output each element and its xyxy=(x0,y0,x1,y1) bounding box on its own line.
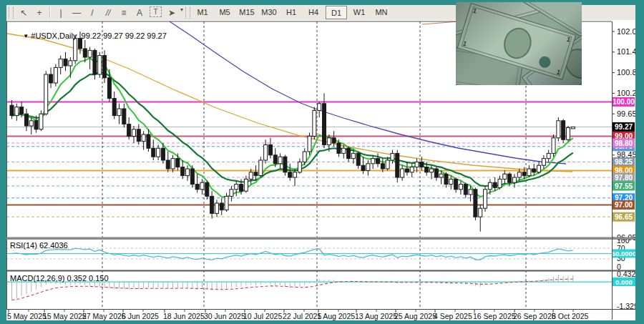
candle-body xyxy=(10,105,14,115)
candle-body xyxy=(454,179,458,189)
candle-body xyxy=(122,109,126,124)
candle-body xyxy=(557,121,560,138)
collapse-indicator-icon[interactable]: ▼ xyxy=(23,33,29,39)
arrows-dropdown-caret-icon[interactable]: ▾ xyxy=(180,6,183,19)
timeframe-w1-button[interactable]: W1 xyxy=(349,6,369,18)
candle-body xyxy=(332,138,336,143)
candle-body xyxy=(327,138,331,145)
price-axis[interactable]: 102.05101.45100.85100.2599.6598.4596.051… xyxy=(612,27,635,310)
candle-body xyxy=(488,182,492,190)
symbol-period-label: #USDX,Daily xyxy=(31,31,77,40)
candle-body xyxy=(444,174,448,184)
candle-body xyxy=(313,110,316,136)
candle-body xyxy=(547,153,550,158)
candle-body xyxy=(542,159,545,166)
candle-body xyxy=(64,59,67,66)
candle-body xyxy=(200,182,204,190)
candle-body xyxy=(571,127,575,129)
toolbar-grip[interactable] xyxy=(185,7,190,19)
candle-body xyxy=(493,182,497,187)
rsi-pane-layer xyxy=(6,248,612,260)
toolbar-grip[interactable] xyxy=(9,7,14,19)
text-label-tool-button[interactable]: T xyxy=(150,6,162,17)
candle-body xyxy=(459,185,462,190)
date-label: 16 Sep 2025 xyxy=(473,312,516,320)
candle-body xyxy=(230,190,233,197)
price-tick-label: 102.05 xyxy=(617,27,635,36)
candle-body xyxy=(522,172,526,176)
candle-body xyxy=(420,162,424,167)
candle-body xyxy=(439,174,443,177)
candle-body xyxy=(479,208,482,217)
candle-body xyxy=(83,49,87,57)
price-badge-label: 98.80 xyxy=(615,139,633,147)
candle-body xyxy=(337,143,341,153)
date-label: 4 Sep 2025 xyxy=(434,312,472,320)
timeframe-m15-button[interactable]: M15 xyxy=(237,6,257,18)
candle-body xyxy=(503,174,507,179)
candle-body xyxy=(356,153,360,165)
candle-body xyxy=(98,56,102,74)
rsi-mid-badge-label: 50.0000 xyxy=(612,250,635,257)
candle-body xyxy=(157,148,160,157)
price-tick-label: 99.65 xyxy=(617,109,635,118)
candle-body xyxy=(308,136,311,152)
candle-body xyxy=(562,121,565,139)
candle-body xyxy=(464,185,467,195)
text-tool-button[interactable]: A xyxy=(132,6,147,19)
candle-body xyxy=(293,172,297,177)
candle-body xyxy=(508,174,512,182)
equidistant-channel-tool-button[interactable]: // xyxy=(100,6,116,19)
candle-body xyxy=(405,169,409,172)
candle-body xyxy=(474,190,477,217)
timeframe-m5-button[interactable]: M5 xyxy=(215,6,235,18)
timeframe-mn-button[interactable]: MN xyxy=(371,6,391,18)
timeframe-h4-button[interactable]: H4 xyxy=(303,6,323,18)
timeframe-m30-button[interactable]: M30 xyxy=(259,6,279,18)
candle-body xyxy=(484,190,487,208)
candle-body xyxy=(288,172,292,177)
candle-body xyxy=(273,155,277,164)
candle-body xyxy=(24,114,28,126)
candle-body xyxy=(469,190,472,195)
candle-body xyxy=(205,182,209,196)
candle-body xyxy=(342,148,346,153)
candle-body xyxy=(39,114,43,129)
price-badge-label: 98.25 xyxy=(615,158,633,166)
date-label: 30 Jun 2025 xyxy=(204,312,245,320)
candle-body xyxy=(220,203,223,210)
candle-body xyxy=(235,185,238,190)
horizontal-line-tool-button[interactable]: — xyxy=(69,6,84,19)
main-rsi-separator xyxy=(6,237,635,240)
candle-body xyxy=(366,164,370,171)
crosshair-tool-button[interactable]: + xyxy=(31,6,47,19)
candle-body xyxy=(527,169,531,176)
price-tick-label: 100.85 xyxy=(617,68,635,77)
timeframe-m1-button[interactable]: M1 xyxy=(192,6,213,18)
price-badge-label: 99.27 xyxy=(615,123,633,131)
arrows-tool-button[interactable]: ➤ xyxy=(164,6,180,19)
candle-body xyxy=(376,159,380,164)
price-badge-label: 100.00 xyxy=(613,98,635,106)
candle-body xyxy=(171,159,175,169)
candle-body xyxy=(434,169,438,177)
vertical-line-tool-button[interactable]: | xyxy=(53,6,69,19)
date-label: 6 Jun 2025 xyxy=(122,312,159,320)
date-label: 27 May 2025 xyxy=(82,312,126,320)
trend-line-tool-button[interactable]: / xyxy=(84,6,100,19)
candle-body xyxy=(449,179,453,184)
candle-body xyxy=(517,172,521,177)
fibonacci-retracement-tool-button[interactable]: ≡ xyxy=(116,6,132,19)
candle-body xyxy=(195,185,199,190)
candle-body xyxy=(142,134,145,142)
timeframe-h1-button[interactable]: H1 xyxy=(281,6,301,18)
candle-body xyxy=(93,50,97,74)
date-axis[interactable]: 5 May 202515 May 202527 May 20256 Jun 20… xyxy=(7,310,589,320)
timeframe-d1-button[interactable]: D1 xyxy=(326,6,347,19)
cursor-tool-button[interactable]: ↖ xyxy=(16,6,31,19)
date-label: 25 Aug 2025 xyxy=(394,312,436,320)
rsi-line xyxy=(12,248,573,260)
candle-body xyxy=(15,107,19,116)
date-label: 22 Jul 2025 xyxy=(283,312,321,320)
candle-body xyxy=(166,160,170,169)
